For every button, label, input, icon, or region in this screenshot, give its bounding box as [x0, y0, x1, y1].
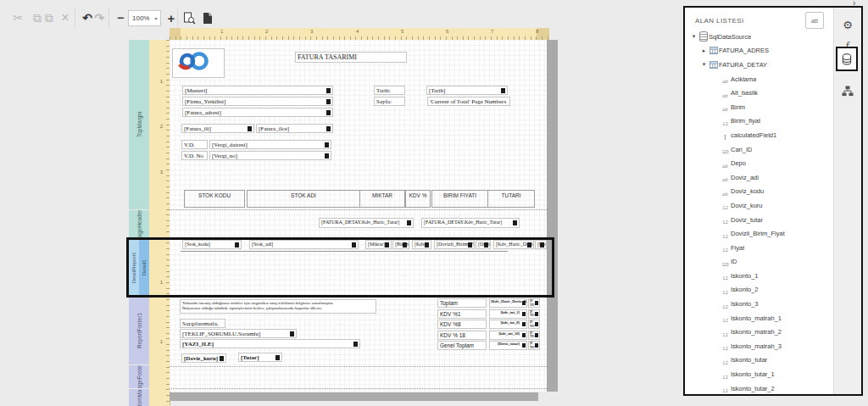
col-header-kdv[interactable]: KDV %	[405, 190, 431, 208]
total-extra-field[interactable]: [F TU	[528, 320, 540, 329]
total-value-field[interactable]: [Kdv_Haric_Doviz_Tutar]	[489, 298, 527, 308]
tree-item[interactable]: f calculatedField1	[687, 128, 832, 142]
detail-stok-adi[interactable]: [Stok_adi]	[249, 240, 359, 249]
total-extra-field[interactable]: [F TU	[528, 309, 540, 319]
field-list-tab[interactable]	[836, 47, 858, 71]
field-list-options-button[interactable]: ab	[805, 12, 824, 29]
vergi-no-field[interactable]: [Vergi_no]	[209, 151, 331, 160]
tutar-field[interactable]: [Tutar]	[238, 353, 282, 362]
total-value-field[interactable]: [kdv_tut_18]	[489, 331, 527, 340]
detail-doviz[interactable]: [Doviz]	[476, 240, 491, 249]
tree-item[interactable]: ▸ FATURA_ADRES	[687, 44, 832, 58]
tree-item[interactable]: 1.2 Iskonto_matrah_2	[687, 325, 832, 339]
tree-item[interactable]: 1.2 Birim_fiyat	[687, 114, 832, 129]
horizontal-scrollbar[interactable]	[170, 392, 538, 401]
group-field-kdv-haric-tutar[interactable]: [FATURA_DETAY.Kdv_Haric_Tutar]	[319, 218, 414, 228]
detail-dovizli-birim-fiyat[interactable]: [Dovizli_Birim_Fiyat]	[434, 240, 475, 249]
cut-button[interactable]: ✂	[8, 8, 27, 27]
total-label[interactable]: KDV %8	[437, 320, 487, 329]
tree-item[interactable]: ab Alt_baslik	[687, 86, 832, 100]
regards-label[interactable]: Saygılarımızla,	[180, 319, 225, 328]
fatura-ilce-field[interactable]: [Fatura_ilce]	[256, 124, 333, 133]
tree-item[interactable]: 1.2 Iskonto_2	[687, 283, 832, 298]
expand-collapse-icon[interactable]: ▸	[700, 47, 708, 54]
zoom-out-button[interactable]: −	[111, 8, 130, 27]
tree-item[interactable]: ab Doviz_adi	[687, 170, 832, 185]
report-explorer-tab[interactable]	[834, 81, 861, 101]
total-extra-field[interactable]: [F TU	[528, 341, 540, 350]
detail-doviz-2[interactable]: [Doviz]	[535, 240, 547, 249]
tree-item[interactable]: ▾ FATURA_DETAY	[687, 58, 832, 72]
tree-item[interactable]: 1.2 Iskonto_1	[687, 269, 832, 283]
band-detail[interactable]: Detail1	[139, 240, 149, 295]
band-bottom-margin[interactable]: BottomMargin	[129, 389, 149, 406]
total-label[interactable]: KDV %1	[437, 309, 487, 319]
zoom-level-select[interactable]: 100% ▾	[128, 10, 161, 26]
band-report-footer[interactable]: ReportFooter1	[129, 298, 149, 364]
total-extra-field[interactable]: [F TU	[528, 298, 540, 308]
tree-item[interactable]: 1.2 Doviz_kuru	[687, 198, 832, 213]
sayfa-label[interactable]: Sayfa:	[374, 97, 405, 106]
col-header-tutari[interactable]: TUTARI	[487, 190, 535, 208]
fatura-ili-field[interactable]: [Fatura_ili]	[181, 124, 254, 133]
vd-label[interactable]: V.D.	[181, 140, 208, 149]
col-header-birim-fiyati[interactable]: BIRIM FIYATI	[431, 190, 488, 208]
col-header-stok-adi[interactable]: STOK ADI	[247, 190, 360, 208]
total-label[interactable]: Toplam	[437, 298, 487, 308]
tree-item[interactable]: 1.2 Dovizli_Birim_Fiyat	[687, 226, 832, 241]
footer-note[interactable]: Yukarıda istemiş olduğunuz ürünler için …	[180, 299, 376, 314]
col-header-stok-kodu[interactable]: STOK KODU	[184, 190, 245, 208]
tree-item[interactable]: 1.2 Iskonto_matrah_1	[687, 311, 832, 325]
properties-tab[interactable]: ⚙	[834, 14, 861, 35]
total-label[interactable]: KDV % 18	[437, 331, 487, 340]
tree-item[interactable]: 123 ID	[687, 255, 832, 270]
tree-item[interactable]: 1.2 Doviz_tutar	[687, 213, 832, 227]
scripts-button[interactable]	[198, 8, 217, 27]
vd-no-label[interactable]: V.D. No	[181, 151, 208, 160]
report-title-box[interactable]: FATURA TASARIMI	[295, 52, 407, 63]
tree-item[interactable]: 123 Cari_ID	[687, 142, 832, 157]
delete-button[interactable]: ×	[56, 8, 75, 27]
detail-miktar[interactable]: [Miktar]	[365, 240, 392, 249]
tree-item[interactable]: 1.2 Iskonto_tutar_2	[687, 381, 832, 396]
musteri-field[interactable]: [Musteri]	[182, 86, 333, 95]
total-value-field[interactable]: [Doviz_tutar]	[489, 341, 527, 350]
tree-item[interactable]: 1.2 Iskonto_3	[687, 297, 832, 311]
preview-button[interactable]	[180, 8, 198, 27]
tree-item[interactable]: 1.2 Iskonto_matrah_3	[687, 339, 832, 353]
band-page-header[interactable]: PageHeader1	[129, 210, 149, 237]
yazi-ile-field[interactable]: [YAZI_ILE]	[180, 339, 360, 348]
detail-kdv-haric-doviz-tutar[interactable]: [Kdv_Haric_Doviz_Tutar]	[493, 240, 534, 249]
expand-collapse-icon[interactable]: ▾	[700, 61, 708, 68]
firma-yetkilisi-field[interactable]: [Firma_Yetkilisi]	[182, 97, 333, 106]
doviz-kuru-field[interactable]: [Doviz_kuru]	[181, 353, 226, 363]
vergi-dairesi-field[interactable]: [Vergi_dairesi]	[209, 140, 331, 149]
tree-item[interactable]: 1.2 Iskonto_tutar_1	[687, 367, 832, 381]
band-top-margin[interactable]: TopMargin	[129, 40, 149, 209]
band-detail-report[interactable]: DetailReport1	[129, 240, 139, 295]
fatura-adresi-field[interactable]: [Fatura_adresi]	[182, 108, 333, 117]
total-value-field[interactable]: [kdv_tut_8]	[489, 320, 527, 329]
band-page-footer[interactable]: PageFooter1	[129, 365, 149, 388]
tree-item[interactable]: 1.2 Iskonto_tutar	[687, 353, 832, 368]
tree-item[interactable]: ab Birim	[687, 100, 832, 114]
col-header-miktar[interactable]: MIKTAR	[359, 190, 405, 208]
logo-box[interactable]	[172, 48, 225, 78]
total-value-field[interactable]: [kdv_tut_1]	[489, 309, 527, 319]
expand-collapse-icon[interactable]: ▾	[690, 33, 698, 40]
page-numbers-field[interactable]: 'Current of Total' Page Numbers	[427, 97, 510, 106]
detail-birim[interactable]: [Birim]	[392, 240, 409, 249]
tree-item[interactable]: ab Doviz_kodu	[687, 185, 832, 199]
tree-item[interactable]: ab Aciklama	[687, 72, 832, 86]
total-label[interactable]: Genel Toplam	[437, 341, 487, 350]
tree-item[interactable]: ab Depo	[687, 156, 832, 170]
detail-stok-kodu[interactable]: [Stok_kodu]	[182, 240, 242, 249]
tree-item[interactable]: 1.2 Fiyat	[687, 241, 832, 255]
tree-item[interactable]: ▾ SqlDataSource	[687, 30, 832, 44]
total-extra-field[interactable]: [F TU	[528, 331, 540, 340]
detail-kdv[interactable]: [Kdv]	[412, 240, 431, 249]
tarih-label[interactable]: Tarih:	[374, 86, 405, 95]
redo-button[interactable]: ↷	[90, 8, 108, 27]
tarih-field[interactable]: [Tarih]	[426, 86, 508, 95]
group-field-kdv-haric-tutar[interactable]: [FATURA_DETAY.Kdv_Haric_Tutar]	[421, 218, 520, 228]
